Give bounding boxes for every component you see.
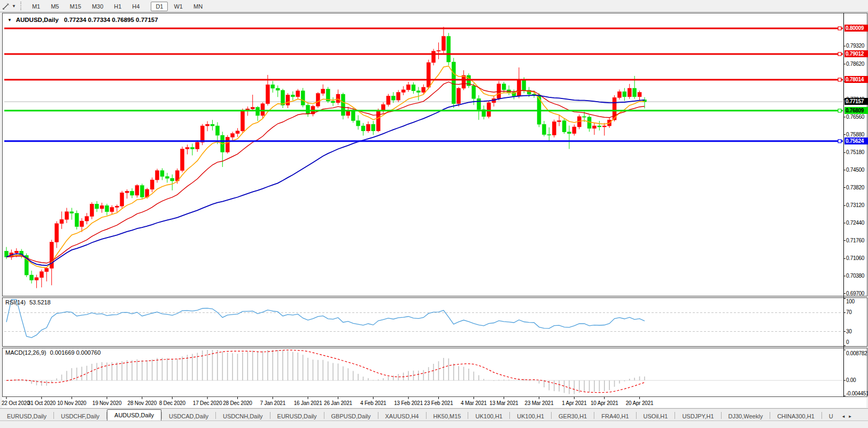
tab-china300-h1[interactable]: CHINA300,H1 <box>770 411 821 421</box>
macd-indicator-label: MACD(12,26,9) 0.001669 0.000760 <box>5 349 100 356</box>
timeframe-mn[interactable]: MN <box>189 2 207 11</box>
timeframe-h4[interactable]: H4 <box>127 2 144 11</box>
tab-hk50-m15[interactable]: HK50,M15 <box>427 411 468 421</box>
chart-ohlc: 0.77234 0.77334 0.76895 0.77157 <box>64 17 158 23</box>
timeframe-m15[interactable]: M15 <box>65 2 86 11</box>
tool-dropdown-icon[interactable]: ▼ <box>12 4 16 9</box>
timeframe-m30[interactable]: M30 <box>87 2 108 11</box>
tab-gbpusd-daily[interactable]: GBPUSD,Daily <box>324 411 378 421</box>
macd-values: 0.001669 0.000760 <box>50 349 100 356</box>
timeframe-m1[interactable]: M1 <box>27 2 45 11</box>
status-bar <box>0 421 868 428</box>
title-dropdown-icon[interactable]: ▼ <box>7 18 12 22</box>
tab-dj30-weekly[interactable]: DJ30,Weekly <box>722 411 770 421</box>
rsi-indicator-label: RSI(14) 53.5218 <box>5 299 51 305</box>
toolbar-grip <box>20 2 24 10</box>
timeframe-h1[interactable]: H1 <box>109 2 126 11</box>
tab-audusd-daily[interactable]: AUDUSD,Daily <box>107 409 161 421</box>
rsi-value: 53.5218 <box>29 299 51 305</box>
tab-usdchf-daily[interactable]: USDCHF,Daily <box>54 411 106 421</box>
timeframe-buttons: M1M5M15M30H1H4D1W1MN <box>27 1 208 11</box>
chart-symbol: AUDUSD,Daily <box>16 17 59 23</box>
tab-usdcad-daily[interactable]: USDCAD,Daily <box>162 411 215 421</box>
tab-xauusd-h4[interactable]: XAUUSD,H4 <box>378 411 426 421</box>
macd-panel[interactable] <box>2 348 867 397</box>
tab-uk100-h1[interactable]: UK100,H1 <box>468 411 509 421</box>
tab-eurusd-daily[interactable]: EURUSD,Daily <box>270 411 324 421</box>
chart-title: ▼ AUDUSD,Daily 0.77234 0.77334 0.76895 0… <box>7 17 158 23</box>
timeframe-d1[interactable]: D1 <box>151 2 168 11</box>
line-tool-button[interactable]: ▼ <box>0 2 18 10</box>
line-tool-icon <box>2 2 10 10</box>
timeframe-w1[interactable]: W1 <box>169 2 188 11</box>
tab-ger30-h1[interactable]: GER30,H1 <box>552 411 594 421</box>
tab-fra40-h1[interactable]: FRA40,H1 <box>594 411 636 421</box>
time-axis[interactable] <box>2 397 866 408</box>
tab-scroll-left[interactable]: ◂ <box>840 411 847 421</box>
tab-uk100-h1[interactable]: UK100,H1 <box>510 411 551 421</box>
tab-usdjpy-h1[interactable]: USDJPY,H1 <box>675 411 720 421</box>
tab-scroll-right[interactable]: ▸ <box>847 411 854 421</box>
rsi-name: RSI(14) <box>5 299 26 305</box>
tab-eurusd-daily[interactable]: EURUSD,Daily <box>0 411 53 421</box>
tab-usoil-h1[interactable]: USOil,H1 <box>637 411 675 421</box>
top-toolbar: ▼ M1M5M15M30H1H4D1W1MN <box>0 0 868 12</box>
main-chart-panel[interactable] <box>2 13 867 296</box>
tab-u[interactable]: U <box>822 411 840 421</box>
macd-name: MACD(12,26,9) <box>5 349 46 356</box>
rsi-panel[interactable] <box>2 297 867 347</box>
tab-usdcnh-daily[interactable]: USDCNH,Daily <box>216 411 270 421</box>
timeframe-m5[interactable]: M5 <box>46 2 64 11</box>
chart-tab-bar: EURUSD,DailyUSDCHF,DailyAUDUSD,DailyUSDC… <box>0 408 868 421</box>
